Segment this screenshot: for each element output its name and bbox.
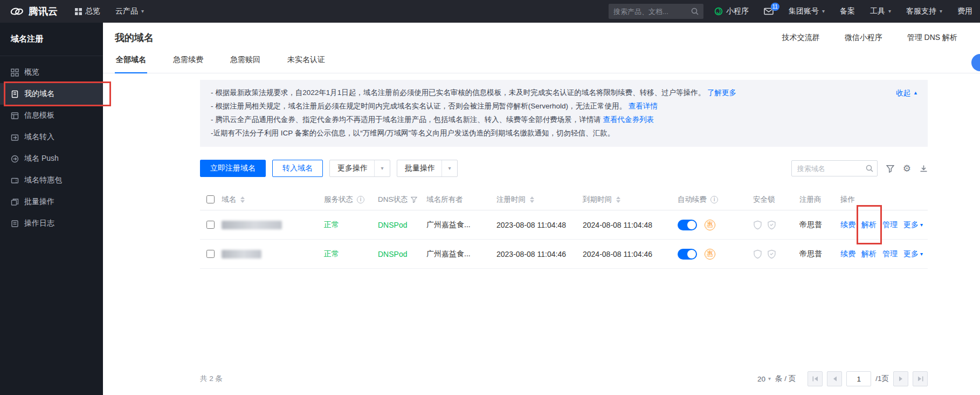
push-icon xyxy=(11,155,19,163)
page-number-input[interactable] xyxy=(846,371,871,386)
resolve-link[interactable]: 解析 xyxy=(861,249,877,259)
renew-link[interactable]: 续费 xyxy=(840,220,855,230)
topbar-item-billing[interactable]: 费用 xyxy=(950,0,980,23)
page-size-unit: 条 / 页 xyxy=(775,374,796,384)
table-footer: 共 2 条 20 ▾ 条 / 页 /1页 xyxy=(200,371,928,386)
download-button[interactable] xyxy=(920,165,928,173)
expiration-time: 2024-08-08 11:04:46 xyxy=(583,250,678,258)
filter-funnel-icon[interactable] xyxy=(411,196,417,203)
topbar-item-support[interactable]: 客服支持 ▾ xyxy=(899,0,950,23)
shield-transfer-lock-icon[interactable] xyxy=(767,249,776,259)
select-all-checkbox[interactable] xyxy=(206,195,215,203)
topbar-item-group-account[interactable]: 集团账号 ▾ xyxy=(781,0,832,23)
next-page-button[interactable] xyxy=(893,371,908,386)
sidebar-item-my-domains[interactable]: 我的域名 xyxy=(0,83,103,105)
chevron-down-icon: ▾ xyxy=(768,376,771,382)
domain-search[interactable] xyxy=(791,160,878,176)
page-size-select[interactable]: 20 ▾ xyxy=(757,375,771,383)
promo-badge[interactable]: 惠 xyxy=(705,249,715,260)
funnel-icon xyxy=(886,165,894,173)
col-label: 到期时间 xyxy=(583,195,612,205)
info-icon[interactable]: i xyxy=(710,196,718,203)
col-exp-time[interactable]: 到期时间 xyxy=(583,195,678,205)
topbar-item-beian[interactable]: 备案 xyxy=(832,0,862,23)
topbar-search-input[interactable] xyxy=(613,8,691,16)
dns-status: DNSPod xyxy=(378,221,426,229)
dns-status: DNSPod xyxy=(378,250,426,258)
search-icon[interactable] xyxy=(866,165,873,172)
sort-icon[interactable] xyxy=(530,196,534,203)
sidebar-item-transfer-in[interactable]: 域名转入 xyxy=(0,126,103,148)
renew-link[interactable]: 续费 xyxy=(840,249,855,259)
chevron-down-icon: ▾ xyxy=(141,9,144,14)
topbar-search[interactable] xyxy=(609,4,703,19)
first-page-button[interactable] xyxy=(808,371,823,386)
domain-masked[interactable] xyxy=(222,250,261,258)
topbar-item-overview[interactable]: 总览 xyxy=(67,0,108,23)
learn-more-link[interactable]: 了解更多 xyxy=(707,88,736,97)
sidebar-item-label: 批量操作 xyxy=(24,197,54,207)
sort-icon[interactable] xyxy=(240,196,245,203)
collapse-notice-button[interactable]: 收起 ▲ xyxy=(896,86,918,100)
col-domain[interactable]: 域名 xyxy=(222,195,324,205)
search-icon[interactable] xyxy=(691,8,699,15)
prev-page-button[interactable] xyxy=(827,371,842,386)
log-icon xyxy=(11,220,19,228)
sidebar-item-info-templates[interactable]: 信息模板 xyxy=(0,105,103,126)
transfer-in-button[interactable]: 转入域名 xyxy=(272,160,323,177)
col-reg-time[interactable]: 注册时间 xyxy=(496,195,583,205)
shield-transfer-lock-icon[interactable] xyxy=(767,220,776,230)
tech-group-link[interactable]: 技术交流群 xyxy=(782,33,820,43)
sidebar-item-label: 信息模板 xyxy=(24,111,54,120)
shield-update-lock-icon[interactable] xyxy=(753,249,762,259)
notice-text: - 腾讯云全产品通用代金券、指定代金券均不再适用于域名注册产品，包括域名新注、转… xyxy=(211,115,601,124)
notice-text: - 根据最新政策法规要求，自2022年1月1日起，域名注册前必须使用已实名审核的… xyxy=(211,88,705,97)
settings-button[interactable]: ⚙ xyxy=(903,164,911,173)
topbar-item-mini-program[interactable]: 小程序 xyxy=(707,0,756,23)
tab-all-domains[interactable]: 全部域名 xyxy=(115,53,147,73)
toolbar: 立即注册域名 转入域名 更多操作 ▾ 批量操作 ▾ xyxy=(200,160,928,177)
sidebar-item-domain-push[interactable]: 域名 Push xyxy=(0,148,103,169)
sidebar-item-overview[interactable]: 概览 xyxy=(0,62,103,83)
tab-unverified[interactable]: 未实名认证 xyxy=(286,53,326,73)
manage-link[interactable]: 管理 xyxy=(882,249,898,259)
manage-link[interactable]: 管理 xyxy=(882,220,898,230)
last-page-button[interactable] xyxy=(913,371,928,386)
row-checkbox[interactable] xyxy=(206,250,215,258)
chevron-down-icon: ▾ xyxy=(920,222,923,228)
domain-masked[interactable] xyxy=(222,221,282,229)
row-checkbox[interactable] xyxy=(206,221,215,229)
batch-operations-dropdown[interactable]: 批量操作 ▾ xyxy=(397,160,458,177)
notice-text: -近期有不法分子利用 ICP 备案的公示信息，以“万维网/万域网”等名义向用户发… xyxy=(211,129,615,137)
sidebar-item-batch-operations[interactable]: 批量操作 xyxy=(0,191,103,213)
domain-search-input[interactable] xyxy=(791,160,878,176)
tab-need-redeem[interactable]: 急需赎回 xyxy=(229,53,261,73)
auto-renew-toggle[interactable] xyxy=(678,220,697,230)
wechat-miniprogram-link[interactable]: 微信小程序 xyxy=(845,33,882,43)
info-icon[interactable]: i xyxy=(357,196,364,203)
topbar-item-messages[interactable]: 11 xyxy=(756,0,781,23)
resolve-link[interactable]: 解析 xyxy=(861,220,877,230)
sort-icon[interactable] xyxy=(616,196,620,203)
more-operations-dropdown[interactable]: 更多操作 ▾ xyxy=(329,160,390,177)
sidebar-item-label: 我的域名 xyxy=(24,89,54,99)
filter-button[interactable] xyxy=(886,165,894,173)
topbar-item-tools[interactable]: 工具 ▾ xyxy=(862,0,899,23)
last-page-icon xyxy=(917,376,923,382)
manage-dns-link[interactable]: 管理 DNS 解析 xyxy=(907,33,957,43)
more-link[interactable]: 更多 ▾ xyxy=(903,220,923,230)
tencent-cloud-logo[interactable]: 腾讯云 xyxy=(0,0,67,23)
sidebar-item-operation-logs[interactable]: 操作日志 xyxy=(0,213,103,234)
more-link[interactable]: 更多 ▾ xyxy=(903,249,923,259)
chevron-down-icon: ▾ xyxy=(940,9,942,14)
sidebar-item-deal-package[interactable]: 域名特惠包 xyxy=(0,169,103,191)
shield-update-lock-icon[interactable] xyxy=(753,220,762,230)
auto-renew-toggle[interactable] xyxy=(678,249,697,260)
view-details-link[interactable]: 查看详情 xyxy=(629,102,658,110)
download-icon xyxy=(920,165,928,173)
promo-badge[interactable]: 惠 xyxy=(705,220,715,230)
voucher-list-link[interactable]: 查看代金券列表 xyxy=(603,115,654,124)
tab-need-renewal[interactable]: 急需续费 xyxy=(172,53,204,73)
register-domain-button[interactable]: 立即注册域名 xyxy=(200,160,266,177)
topbar-item-cloud-products[interactable]: 云产品 ▾ xyxy=(108,0,151,23)
